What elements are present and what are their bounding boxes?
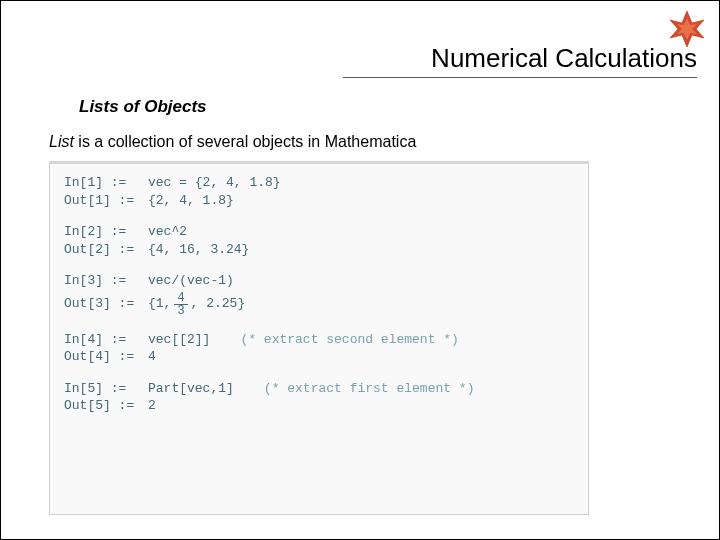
code-line: Out[3] := {1, 4 3 , 2.25} xyxy=(64,292,574,317)
intro-rest: is a collection of several objects in Ma… xyxy=(74,133,416,150)
fraction-numerator: 4 xyxy=(174,292,187,305)
out-expr: 4 xyxy=(148,348,156,366)
in-expr: vec/(vec-1) xyxy=(148,272,234,290)
in-expr: vec^2 xyxy=(148,223,187,241)
code-line: In[2] := vec^2 xyxy=(64,223,574,241)
code-line: In[4] := vec[[2]] (* extract second elem… xyxy=(64,331,574,349)
code-line: In[5] := Part[vec,1] (* extract first el… xyxy=(64,380,574,398)
out-label: Out[5] := xyxy=(64,397,148,415)
out-label: Out[3] := xyxy=(64,295,148,313)
out-expr: {2, 4, 1.8} xyxy=(148,192,234,210)
code-line: Out[1] := {2, 4, 1.8} xyxy=(64,192,574,210)
out-expr-pre: {1, xyxy=(148,295,171,313)
section-subtitle: Lists of Objects xyxy=(79,97,207,117)
in-label: In[5] := xyxy=(64,380,148,398)
code-line: In[3] := vec/(vec-1) xyxy=(64,272,574,290)
in-expr: vec[[2]] xyxy=(148,331,210,349)
out-expr: {4, 16, 3.24} xyxy=(148,241,249,259)
code-line: Out[4] := 4 xyxy=(64,348,574,366)
in-label: In[2] := xyxy=(64,223,148,241)
intro-text: List is a collection of several objects … xyxy=(49,133,416,151)
slide-frame: Numerical Calculations Lists of Objects … xyxy=(0,0,720,540)
code-line: Out[2] := {4, 16, 3.24} xyxy=(64,241,574,259)
out-label: Out[2] := xyxy=(64,241,148,259)
code-line: Out[5] := 2 xyxy=(64,397,574,415)
header: Numerical Calculations xyxy=(1,43,719,74)
code-group-3: In[3] := vec/(vec-1) Out[3] := {1, 4 3 ,… xyxy=(64,272,574,317)
code-group-1: In[1] := vec = {2, 4, 1.8} Out[1] := {2,… xyxy=(64,174,574,209)
in-label: In[1] := xyxy=(64,174,148,192)
in-expr: vec = {2, 4, 1.8} xyxy=(148,174,281,192)
page-title: Numerical Calculations xyxy=(431,43,697,74)
code-group-5: In[5] := Part[vec,1] (* extract first el… xyxy=(64,380,574,415)
out-label: Out[4] := xyxy=(64,348,148,366)
out-expr: 2 xyxy=(148,397,156,415)
code-block: In[1] := vec = {2, 4, 1.8} Out[1] := {2,… xyxy=(49,161,589,515)
code-group-4: In[4] := vec[[2]] (* extract second elem… xyxy=(64,331,574,366)
in-label: In[4] := xyxy=(64,331,148,349)
in-expr: Part[vec,1] xyxy=(148,380,234,398)
fraction-denominator: 3 xyxy=(174,305,187,317)
code-line: In[1] := vec = {2, 4, 1.8} xyxy=(64,174,574,192)
comment: (* extract first element *) xyxy=(264,380,475,398)
out-label: Out[1] := xyxy=(64,192,148,210)
title-underline xyxy=(343,77,697,78)
comment: (* extract second element *) xyxy=(240,331,458,349)
fraction-icon: 4 3 xyxy=(174,292,187,317)
intro-emphasis: List xyxy=(49,133,74,150)
out-expr-post: , 2.25} xyxy=(191,295,246,313)
in-label: In[3] := xyxy=(64,272,148,290)
code-group-2: In[2] := vec^2 Out[2] := {4, 16, 3.24} xyxy=(64,223,574,258)
